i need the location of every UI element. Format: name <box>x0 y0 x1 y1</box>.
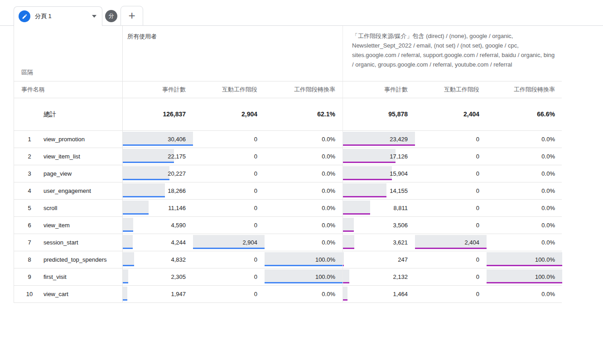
metric-value: 247 <box>343 251 415 268</box>
metric-cell[interactable]: 100.0% <box>487 268 562 285</box>
metric-cell[interactable]: 0.0% <box>487 148 562 165</box>
metric-cell[interactable]: 0.0% <box>265 234 343 251</box>
event-row-label[interactable]: 2view_item_list <box>14 148 123 165</box>
metric-cell[interactable]: 0 <box>415 251 487 268</box>
metric-value: 0 <box>415 165 487 182</box>
metric-cell[interactable]: 100.0% <box>265 251 343 268</box>
metric-cell[interactable]: 4,832 <box>123 251 193 268</box>
metric-cell[interactable]: 0 <box>415 200 487 216</box>
metric-cell[interactable]: 0 <box>415 286 487 302</box>
metric-cell[interactable]: 11,146 <box>123 200 193 216</box>
metric-cell[interactable]: 0.0% <box>265 217 343 234</box>
event-row-label[interactable]: 9first_visit <box>14 268 123 285</box>
header-engaged-sessions-seg2[interactable]: 互動工作階段 <box>415 81 487 98</box>
row-rank: 6 <box>20 222 39 229</box>
metric-cell[interactable]: 0 <box>193 268 265 285</box>
metric-cell[interactable]: 4,590 <box>123 217 193 234</box>
metric-cell[interactable]: 0.0% <box>487 286 562 302</box>
header-session-conversion-seg2[interactable]: 工作階段轉換率 <box>487 81 562 98</box>
metric-cell[interactable]: 3,506 <box>343 217 415 234</box>
totals-engaged-sessions-seg2[interactable]: 2,404 <box>415 98 487 130</box>
segment-2-name[interactable]: 「工作階段來源/媒介」包含 (direct) / (none), google … <box>343 26 562 81</box>
metric-cell[interactable]: 0.0% <box>487 200 562 216</box>
event-row-label[interactable]: 10view_cart <box>14 286 123 302</box>
event-row-label[interactable]: 1view_promotion <box>14 131 123 148</box>
metric-cell[interactable]: 30,406 <box>123 131 193 148</box>
metric-cell[interactable]: 8,811 <box>343 200 415 216</box>
totals-event-count-seg1[interactable]: 126,837 <box>123 98 193 130</box>
metric-cell[interactable]: 0.0% <box>265 182 343 199</box>
row-rank: 8 <box>20 256 39 263</box>
metric-cell[interactable]: 3,621 <box>343 234 415 251</box>
totals-session-conversion-seg2[interactable]: 66.6% <box>487 98 562 130</box>
metric-cell[interactable]: 0.0% <box>487 217 562 234</box>
metric-cell[interactable]: 247 <box>343 251 415 268</box>
metric-cell[interactable]: 0.0% <box>487 182 562 199</box>
metric-cell[interactable]: 17,126 <box>343 148 415 165</box>
metric-cell[interactable]: 0 <box>193 286 265 302</box>
metric-cell[interactable]: 0 <box>415 165 487 182</box>
event-row-label[interactable]: 8predicted_top_spenders <box>14 251 123 268</box>
metric-cell[interactable]: 0.0% <box>265 200 343 216</box>
segment-1-name[interactable]: 所有使用者 <box>123 26 343 81</box>
row-rank: 3 <box>20 170 39 177</box>
metric-cell[interactable]: 0 <box>415 182 487 199</box>
event-row-label[interactable]: 5scroll <box>14 200 123 216</box>
metric-cell[interactable]: 22,175 <box>123 148 193 165</box>
metric-cell[interactable]: 100.0% <box>487 251 562 268</box>
sheet-type-chip[interactable]: 分 <box>105 10 117 22</box>
totals-session-conversion-seg1[interactable]: 62.1% <box>265 98 343 130</box>
add-sheet-tab[interactable]: + <box>121 6 143 26</box>
event-row-label[interactable]: 7session_start <box>14 234 123 251</box>
row-rank: 5 <box>20 205 39 211</box>
event-row-label[interactable]: 6view_item <box>14 217 123 234</box>
header-engaged-sessions-seg1[interactable]: 互動工作階段 <box>193 81 265 98</box>
metric-cell[interactable]: 0 <box>193 165 265 182</box>
header-event-count-seg2[interactable]: 事件計數 <box>343 81 415 98</box>
totals-engaged-sessions-seg1[interactable]: 2,904 <box>193 98 265 130</box>
metric-cell[interactable]: 100.0% <box>265 268 343 285</box>
chevron-down-icon[interactable] <box>92 15 96 18</box>
metric-cell[interactable]: 2,404 <box>415 234 487 251</box>
metric-value: 100.0% <box>487 268 562 285</box>
metric-cell[interactable]: 2,904 <box>193 234 265 251</box>
tab-sheet-1[interactable]: 分頁 1 <box>14 6 102 26</box>
metric-value: 0.0% <box>487 234 562 251</box>
metric-cell[interactable]: 0 <box>415 217 487 234</box>
header-event-count-seg1[interactable]: 事件計數 <box>123 81 193 98</box>
metric-cell[interactable]: 0.0% <box>265 148 343 165</box>
metric-cell[interactable]: 4,244 <box>123 234 193 251</box>
metric-cell[interactable]: 0 <box>193 251 265 268</box>
metric-cell[interactable]: 0 <box>415 131 487 148</box>
metric-cell[interactable]: 0 <box>193 148 265 165</box>
metric-cell[interactable]: 0 <box>415 148 487 165</box>
metric-cell[interactable]: 1,947 <box>123 286 193 302</box>
metric-cell[interactable]: 2,132 <box>343 268 415 285</box>
metric-cell[interactable]: 0.0% <box>265 131 343 148</box>
metric-cell[interactable]: 0.0% <box>487 165 562 182</box>
row-rank: 1 <box>20 136 39 143</box>
metric-cell[interactable]: 0.0% <box>487 131 562 148</box>
metric-cell[interactable]: 1,464 <box>343 286 415 302</box>
metric-cell[interactable]: 2,305 <box>123 268 193 285</box>
metric-cell[interactable]: 0.0% <box>265 286 343 302</box>
metric-cell[interactable]: 20,227 <box>123 165 193 182</box>
metric-cell[interactable]: 0.0% <box>487 234 562 251</box>
row-dimension-header: 事件名稱 <box>14 81 123 98</box>
header-session-conversion-seg1[interactable]: 工作階段轉換率 <box>265 81 343 98</box>
event-row-label[interactable]: 3page_view <box>14 165 123 182</box>
metric-value: 0.0% <box>487 131 562 148</box>
metric-cell[interactable]: 0 <box>193 131 265 148</box>
totals-event-count-seg2[interactable]: 95,878 <box>343 98 415 130</box>
metric-cell[interactable]: 18,266 <box>123 182 193 199</box>
event-row-label[interactable]: 4user_engagement <box>14 182 123 199</box>
metric-cell[interactable]: 0 <box>193 200 265 216</box>
metric-cell[interactable]: 0 <box>415 268 487 285</box>
metric-cell[interactable]: 0 <box>193 217 265 234</box>
metric-cell[interactable]: 15,904 <box>343 165 415 182</box>
metric-cell[interactable]: 0.0% <box>265 165 343 182</box>
metric-value: 22,175 <box>123 148 193 165</box>
metric-cell[interactable]: 23,429 <box>343 131 415 148</box>
metric-cell[interactable]: 0 <box>193 182 265 199</box>
metric-cell[interactable]: 14,155 <box>343 182 415 199</box>
